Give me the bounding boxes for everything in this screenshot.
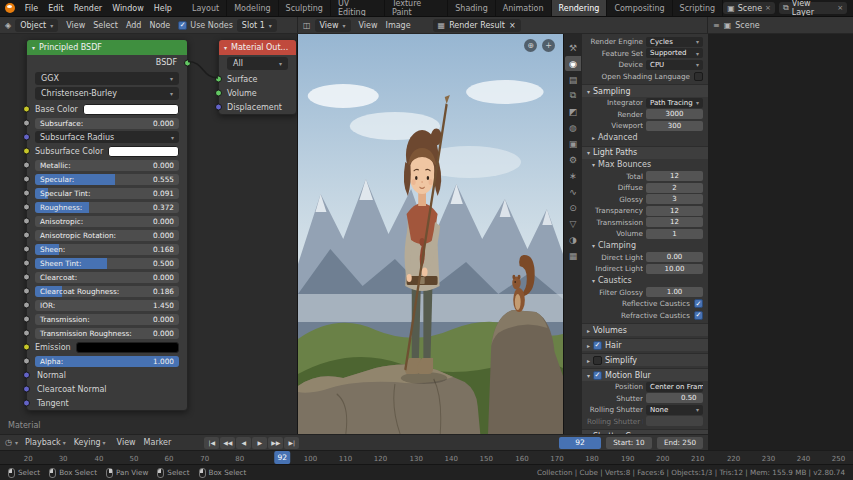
render-samples-field[interactable]: 3000 [646, 109, 703, 119]
menu-item[interactable]: Marker [140, 438, 176, 447]
motion-blur-checkbox[interactable] [593, 371, 602, 380]
input-socket[interactable] [23, 218, 30, 225]
node-input-row[interactable]: Anisotropic: 0.000 Anisotropic: Anisotro… [27, 214, 187, 228]
unlink-image-icon[interactable]: × [509, 21, 516, 30]
menu-item[interactable]: View [113, 438, 140, 447]
input-socket[interactable] [23, 106, 30, 113]
input-socket[interactable] [23, 288, 30, 295]
use-nodes-checkbox[interactable] [178, 21, 187, 30]
frame-mark[interactable]: 240 [797, 455, 810, 463]
input-socket[interactable] [23, 204, 30, 211]
frame-mark[interactable]: 92 [275, 451, 291, 464]
node-input-row[interactable]: Sheen Tint: 0.500 Sheen Tint: Sheen Tint… [27, 256, 187, 270]
node-input-row[interactable]: Clearcoat: 0.000 Clearcoat: Clearcoat: [27, 270, 187, 284]
mb-position-dropdown[interactable]: Center on Frame▾ [646, 382, 703, 392]
shader-node-editor[interactable]: ▾ Principled BSDF BSDF GGX ▾ Christen [0, 34, 298, 434]
frame-mark[interactable]: 60 [164, 455, 173, 463]
input-socket[interactable] [23, 372, 30, 379]
properties-tab-icon[interactable]: ◍ [565, 120, 581, 135]
sampling-section-header[interactable]: ▾ Sampling [582, 84, 708, 97]
playback-button[interactable]: |◀ [204, 437, 219, 449]
node-input-row[interactable]: Subsurface Color #FFFFFF Subsurface Colo… [27, 144, 187, 158]
frame-mark[interactable]: 20 [24, 455, 33, 463]
node-slider[interactable]: Specular: 0.555 [35, 174, 179, 185]
render-engine-dropdown[interactable]: Cycles▾ [646, 37, 703, 47]
viewport-gizmo-button[interactable]: + [542, 39, 555, 52]
frame-mark[interactable]: 210 [691, 455, 704, 463]
menu-item[interactable]: Add [122, 21, 146, 30]
node-input-row[interactable]: Displacement [219, 100, 296, 114]
node-slider[interactable]: Anisotropic Rotation: 0.000 [35, 230, 179, 241]
menu-item[interactable]: Render [69, 0, 107, 16]
input-socket[interactable] [215, 90, 222, 97]
frame-mark[interactable]: 200 [656, 455, 669, 463]
frame-mark[interactable]: 140 [445, 455, 458, 463]
hair-section-header[interactable]: ▸ Hair [582, 338, 708, 351]
node-slider[interactable]: Specular Tint: 0.091 [35, 188, 179, 199]
collapse-icon[interactable]: ▾ [224, 44, 227, 51]
bsdf-output-socket[interactable] [184, 59, 191, 66]
slot-dropdown[interactable]: Slot 1 ▾ [237, 19, 277, 32]
frame-mark[interactable]: 110 [339, 455, 352, 463]
workspace-tab[interactable]: Animation [496, 0, 552, 16]
mb-rolling-dropdown[interactable]: None▾ [646, 405, 703, 415]
input-socket[interactable] [23, 260, 30, 267]
menu-item[interactable]: Node [145, 21, 174, 30]
number-field[interactable]: 12 [646, 171, 703, 181]
input-socket[interactable] [23, 148, 30, 155]
workspace-tab[interactable]: Texture Paint [385, 0, 448, 16]
menu-item[interactable]: View [62, 21, 89, 30]
osl-checkbox[interactable] [694, 72, 703, 81]
mb-shutter-slider[interactable]: 0.50 [646, 393, 703, 403]
light-paths-section-header[interactable]: ▾ Light Paths [582, 146, 708, 159]
node-input-row[interactable]: Subsurface: 0.000 Subsurface: Subsurface… [27, 116, 187, 130]
properties-tab-icon[interactable]: ▦ [565, 248, 581, 263]
input-socket[interactable] [23, 176, 30, 183]
node-slider[interactable]: Sheen Tint: 0.500 [35, 258, 179, 269]
shader-type-dropdown[interactable]: Object ▾ [15, 19, 58, 32]
playback-button[interactable]: ▶▶ [268, 437, 283, 449]
viewport-gizmo-button[interactable]: ⊕ [524, 39, 537, 52]
distribution-dropdown[interactable]: GGX ▾ [35, 72, 179, 85]
hair-checkbox[interactable] [593, 341, 602, 350]
frame-mark[interactable]: 70 [200, 455, 209, 463]
unlink-scene-icon[interactable]: × [765, 4, 771, 12]
volumes-section-header[interactable]: ▸ Volumes [582, 323, 708, 336]
properties-tab-icon[interactable]: ◑ [565, 232, 581, 247]
properties-tab-icon[interactable]: ⚙ [565, 152, 581, 167]
input-socket[interactable] [23, 120, 30, 127]
node-input-row[interactable]: Roughness: 0.372 Roughness: Roughness: [27, 200, 187, 214]
menu-item[interactable]: Select [89, 21, 122, 30]
node-input-row[interactable]: Transmission Roughness: 0.000 Transmissi… [27, 326, 187, 340]
workspace-tab[interactable]: Modeling [227, 0, 278, 16]
view-layer-selector[interactable]: ⧉ View Layer × [779, 2, 847, 14]
current-frame-field[interactable]: 92 [559, 437, 601, 449]
subsurface-method-dropdown[interactable]: Christensen-Burley ▾ [35, 87, 179, 100]
simplify-section-header[interactable]: ▸ Simplify [582, 353, 708, 366]
node-input-row[interactable]: Volume [219, 86, 296, 100]
workspace-tab[interactable]: Compositing [607, 0, 672, 16]
menu-item[interactable]: Edit [43, 0, 69, 16]
unlink-view-layer-icon[interactable]: × [837, 4, 843, 12]
frame-mark[interactable]: 150 [480, 455, 493, 463]
input-socket[interactable] [23, 400, 30, 407]
node-input-row[interactable]: Normal Normal Normal ▾ [27, 368, 187, 382]
properties-tab-icon[interactable]: ▣ [565, 136, 581, 151]
blender-logo-icon[interactable] [0, 0, 20, 16]
max-bounces-subpanel[interactable]: ▾ Max Bounces [582, 159, 708, 171]
workspace-tab[interactable]: Rendering [552, 0, 608, 16]
number-field[interactable]: 3 [646, 194, 703, 204]
menu-item[interactable]: Keying▾ [70, 438, 110, 447]
filter-glossy-field[interactable]: 1.00 [646, 287, 703, 297]
node-slider[interactable]: Anisotropic: 0.000 [35, 216, 179, 227]
workspace-tab[interactable]: Scripting [673, 0, 724, 16]
input-socket[interactable] [23, 316, 30, 323]
workspace-tab[interactable]: Sculpting [279, 0, 331, 16]
principled-bsdf-node[interactable]: ▾ Principled BSDF BSDF GGX ▾ Christen [26, 39, 188, 411]
node-header[interactable]: ▾ Principled BSDF [27, 40, 187, 55]
input-socket[interactable] [215, 104, 222, 111]
node-input-row[interactable]: IOR: 1.450 IOR: IOR: ▾ [27, 298, 187, 312]
vector-field[interactable]: Subsurface Radius ▾ [35, 131, 179, 143]
node-input-row[interactable]: Clearcoat Roughness: 0.186 Clearcoat Rou… [27, 284, 187, 298]
number-field[interactable]: 12 [646, 206, 703, 216]
